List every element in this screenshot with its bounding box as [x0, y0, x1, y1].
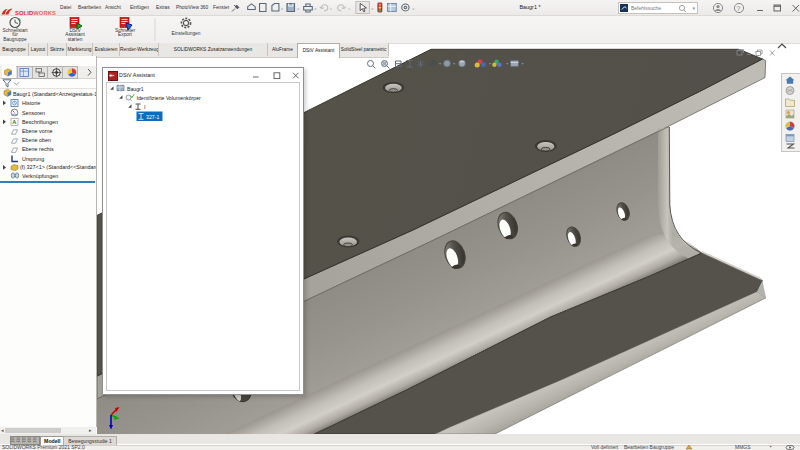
svg-text:Identifizierte Volumenkörper: Identifizierte Volumenkörper [137, 95, 202, 101]
svg-text:Ebene rechts: Ebene rechts [22, 146, 54, 152]
svg-text:Verknüpfungen: Verknüpfungen [22, 173, 58, 179]
svg-text:327-1: 327-1 [146, 114, 159, 120]
svg-text:?: ? [737, 5, 741, 12]
svg-text:I: I [144, 104, 145, 110]
svg-text:Historie: Historie [22, 100, 40, 106]
svg-text:Ursprung: Ursprung [22, 156, 44, 162]
svg-text:SOLIDWORKS: SOLIDWORKS [15, 9, 56, 15]
svg-text:Ebene vorne: Ebene vorne [22, 128, 53, 134]
svg-text:Baugr1 (Standard<Anzeigestatus: Baugr1 (Standard<Anzeigestatus-1>) [13, 91, 96, 97]
svg-text:Baugr1: Baugr1 [127, 86, 144, 92]
svg-text:Sensoren: Sensoren [22, 110, 45, 116]
svg-text:Beschriftungen: Beschriftungen [22, 119, 58, 125]
svg-text:Ebene oben: Ebene oben [22, 137, 51, 143]
svg-text:A: A [12, 119, 16, 125]
svg-text:(f) 327<1> (Standard<<Standard: (f) 327<1> (Standard<<Standard [20, 164, 96, 170]
